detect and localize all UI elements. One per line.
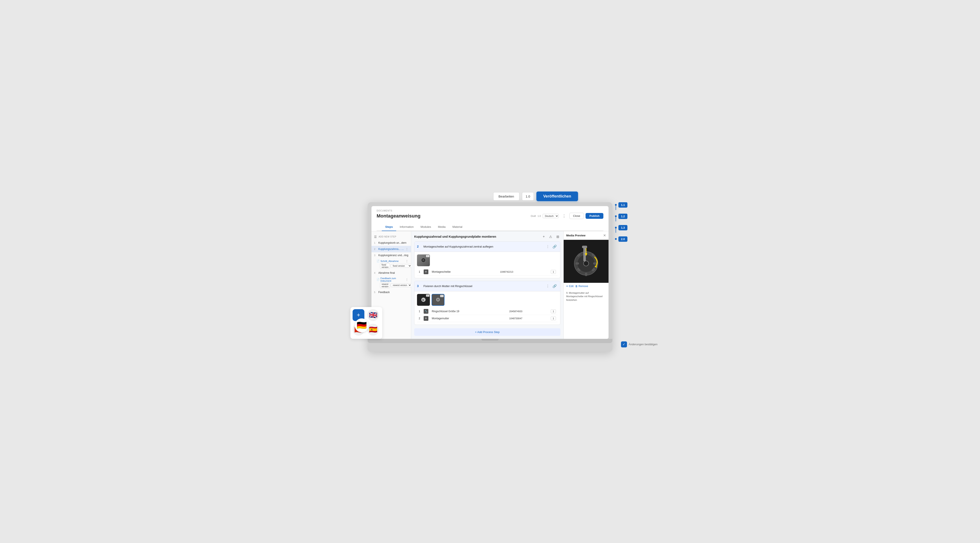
more-options-button[interactable]: ⋮ (560, 213, 568, 219)
version-tag: fixed version (380, 263, 390, 269)
flag-uk[interactable]: 🇬🇧 (367, 309, 379, 321)
part-2-qty: 1 (549, 308, 558, 315)
feedback-version-dropdown[interactable]: newest version fixed version (391, 283, 412, 287)
version-timeline: 1.1 1.2 1.3 2.0 (615, 202, 627, 248)
sidebar-dots-2[interactable]: ⋮ (406, 247, 409, 251)
part-3-num: 2 (417, 315, 422, 322)
lang-select[interactable]: Deutsch English (542, 214, 559, 218)
hamburger-icon: ☰ (374, 235, 377, 239)
step-2-title-input[interactable] (423, 245, 544, 248)
sidebar-item-3[interactable]: 3 Kupplungskranz und...ring (371, 252, 411, 258)
table-row: 1 🔧 Ringschlüssel Größe 19 2045874933 1 (417, 308, 558, 315)
add-process-step-btn[interactable]: + Add Process Step (414, 328, 560, 336)
step-3-media-thumb-video[interactable]: ▶ ⋮ (417, 294, 430, 306)
step-2-parts-table: 1 ⚙ Montagescheibe 1048742213 1 (417, 268, 558, 275)
step-2-media-thumb[interactable]: ⚙ ⋮ (417, 255, 430, 266)
part-1-icon-cell: ⚙ (422, 268, 430, 275)
version-line-12 (616, 215, 616, 221)
thumb-dots[interactable]: ⋮ (426, 255, 430, 257)
qty-badge-1: 1 (551, 270, 556, 274)
video-thumb-dots[interactable]: ⋮ (426, 295, 430, 297)
part-2-name: Ringschlüssel Größe 19 (430, 308, 508, 315)
sidebar-num-3: 3 (374, 254, 377, 256)
app-container: DOCUMENTS Montageanweisung Draft 1.0 Deu… (371, 206, 609, 339)
feedback-doc-title-row[interactable]: 📄 Feedback zum Dokument ⋮ (377, 277, 409, 282)
part-1-icon: ⚙ (424, 269, 428, 274)
svg-rect-5 (585, 273, 587, 276)
doc-item-dots[interactable]: ⋮ (406, 260, 409, 263)
version-node-11: 1.1 (615, 202, 627, 208)
version-badge-11[interactable]: 1.1 (619, 202, 627, 208)
part-1-qty: 1 (549, 268, 558, 275)
media-edit-button[interactable]: ✏ Edit (566, 285, 574, 288)
step-section-title: Kupplungszahnrad und Kupplungsgrundplatt… (414, 235, 496, 238)
flag-germany[interactable]: 🇩🇪 (355, 318, 369, 332)
confirm-changes-label: Änderungen bestätigen (629, 343, 657, 346)
part-3-id: 1048730047 (508, 315, 549, 322)
close-button[interactable]: Close (570, 213, 584, 219)
img-thumb-dots[interactable]: ⋮ (440, 295, 444, 297)
tab-steps[interactable]: Steps (382, 223, 396, 231)
sidebar-label-2: Kupplungszahnra... eren (379, 248, 404, 250)
part-1-num: 1 (417, 268, 422, 275)
sidebar-item-4[interactable]: 4 Abnahme final (371, 270, 411, 276)
gear-preview-svg (564, 240, 609, 283)
add-step-btn[interactable]: + (541, 234, 546, 239)
svg-point-3 (584, 261, 589, 266)
step-2-more-btn[interactable]: ⋮ (546, 245, 549, 248)
version-dropdown[interactable]: fixed version newest version (391, 264, 412, 268)
status-row: Draft 1.0 Deutsch English (531, 214, 559, 218)
confirm-check-button[interactable]: ✓ (621, 341, 627, 347)
version-node-12: 1.2 (615, 213, 627, 219)
step-3-more-btn[interactable]: ⋮ (546, 284, 549, 288)
version-badge-13[interactable]: 1.3 (619, 225, 627, 230)
confirm-changes-area: ✓ Änderungen bestätigen (621, 341, 657, 347)
step-3-num: 3 (417, 284, 421, 288)
tab-modules[interactable]: Modules (417, 223, 434, 231)
scene: Bearbeiten 1.0 Veröffentlichen DOCUMENTS… (368, 191, 612, 352)
version-node-20: 2.0 (615, 236, 627, 242)
part-2-icon: 🔧 (424, 309, 428, 314)
version-dot-20 (615, 238, 617, 240)
step-2-attach-btn[interactable]: 🔗 (552, 244, 558, 250)
media-preview-panel: Media Preview ✕ (563, 231, 609, 339)
step-3-title-input[interactable] (423, 285, 544, 288)
table-row: 1 ⚙ Montagescheibe 1048742213 1 (417, 268, 558, 275)
tab-material[interactable]: Material (449, 223, 466, 231)
step-3-attach-btn[interactable]: 🔗 (552, 283, 558, 289)
version-badge: 1.0 (522, 192, 534, 201)
add-step-bar[interactable]: ☰ ADD NEW STEP (371, 234, 411, 240)
publish-button-header[interactable]: Publish (585, 213, 603, 219)
version-node-13: 1.3 (615, 225, 627, 230)
top-bar: Bearbeiten 1.0 Veröffentlichen (493, 191, 578, 201)
part-2-num: 1 (417, 308, 422, 315)
sidebar-label-3: Kupplungskranz und...ring (379, 254, 409, 257)
media-remove-button[interactable]: 🗑 Remove (575, 285, 588, 288)
media-preview-description: 9. Montagemutter auf Montagescheibe mit … (564, 290, 609, 304)
media-preview-header: Media Preview ✕ (564, 231, 609, 240)
warning-btn[interactable]: ⚠ (548, 234, 554, 239)
doc-item-title-row[interactable]: 📄 Schritt_Abnahme ⋮ (377, 260, 409, 263)
version-badge-20[interactable]: 2.0 (619, 236, 627, 242)
media-preview-actions: ✏ Edit 🗑 Remove (564, 283, 609, 290)
tab-media[interactable]: Media (434, 223, 449, 231)
edit-button[interactable]: Bearbeiten (493, 192, 520, 201)
sidebar-item-5[interactable]: 5 Feedback (371, 289, 411, 295)
part-3-icon-cell: ⚙ (422, 315, 430, 322)
breadcrumb: DOCUMENTS (377, 210, 603, 212)
step-2-media-row: ⚙ ⋮ (417, 255, 558, 266)
step-2-body: ⚙ ⋮ 1 ⚙ (414, 252, 560, 278)
step-3-media-thumb-img[interactable]: ⚙ ⋮ (431, 294, 444, 306)
version-badge-12[interactable]: 1.2 (619, 213, 627, 219)
sidebar-item-1[interactable]: 1 Kupplungskorb un...dern (371, 240, 411, 246)
tab-information[interactable]: Information (396, 223, 417, 231)
media-close-button[interactable]: ✕ (603, 233, 606, 237)
doc-item-title: Schritt_Abnahme (380, 260, 404, 263)
svg-rect-7 (593, 263, 597, 264)
sidebar-item-2[interactable]: 2 Kupplungszahnra... eren ⋮ (371, 246, 411, 252)
grid-btn[interactable]: ⊞ (555, 234, 560, 239)
feedback-doc-dots[interactable]: ⋮ (406, 278, 409, 281)
media-preview-image (564, 240, 609, 283)
flag-spain[interactable]: 🇪🇸 (367, 324, 379, 336)
publish-button-top[interactable]: Veröffentlichen (536, 191, 578, 201)
